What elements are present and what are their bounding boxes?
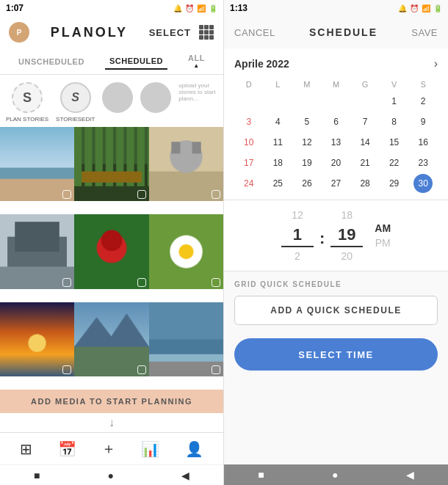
story-upload-2[interactable] — [140, 82, 171, 113]
cal-day-13[interactable]: 13 — [326, 133, 345, 152]
story-edit[interactable]: S STORIESEDIT — [56, 82, 95, 123]
stories-row: S PLAN STORIES S STORIESEDIT upload your… — [0, 75, 223, 127]
photo-cell-5[interactable] — [74, 214, 148, 288]
photo-grid — [0, 127, 223, 390]
sys-circle-btn-right[interactable]: ● — [332, 469, 338, 481]
minute-picker[interactable]: 18 19 20 — [330, 206, 363, 265]
photo-cell-9[interactable] — [149, 302, 223, 376]
cal-day-9[interactable]: 9 — [413, 112, 433, 131]
nav-analytics[interactable]: 📊 — [141, 440, 159, 458]
cal-day-22[interactable]: 22 — [385, 153, 404, 172]
grid-view-icon[interactable] — [198, 24, 214, 40]
top-bar-left: P PLANOLY SELECT — [0, 16, 223, 48]
cal-hdr-l: L — [264, 78, 293, 91]
calendar: Aprile 2022 › D L M M G V S 1 2 3 4 5 6 … — [224, 48, 448, 200]
add-media-bar[interactable]: ADD MEDIA TO START PLANNING — [0, 390, 223, 413]
instagram-icon-4 — [62, 278, 71, 287]
sys-back-btn-right[interactable]: ◀ — [406, 469, 414, 481]
cal-day-3[interactable]: 3 — [239, 112, 259, 131]
photo-cell-7[interactable] — [0, 302, 74, 376]
select-button[interactable]: SELECT — [149, 27, 191, 38]
nav-profile[interactable]: 👤 — [185, 440, 203, 458]
cal-day-29[interactable]: 29 — [385, 174, 404, 193]
photo-cell-1[interactable] — [0, 127, 74, 201]
cal-day-30[interactable]: 30 — [413, 174, 433, 193]
sys-square-btn[interactable]: ■ — [34, 470, 40, 481]
instagram-icon-6 — [212, 278, 220, 287]
cal-day-11[interactable]: 11 — [268, 133, 287, 152]
nav-add[interactable]: ＋ — [101, 439, 116, 459]
cal-day-28[interactable]: 28 — [355, 174, 375, 193]
sys-square-btn-right[interactable]: ■ — [258, 469, 264, 481]
time-picker: 12 1 2 : 18 19 20 AM PM — [224, 200, 448, 271]
top-right: SELECT — [149, 24, 214, 40]
cal-day-5[interactable]: 5 — [297, 112, 317, 131]
calendar-month: Aprile 2022 — [234, 58, 289, 70]
cal-day-4[interactable]: 4 — [268, 112, 287, 131]
cal-day-10[interactable]: 10 — [239, 133, 259, 152]
story-placeholder: upload your stories to start plann... — [178, 82, 217, 102]
instagram-icon-2 — [137, 190, 146, 199]
minute-selected: 19 — [330, 224, 363, 247]
sys-circle-btn[interactable]: ● — [107, 470, 113, 481]
time-colon: : — [319, 229, 325, 248]
select-time-button[interactable]: SELECT TIME — [234, 338, 438, 371]
tabs: UNSCHEDULED SCHEDULED ALL ▲ — [0, 48, 223, 75]
photo-cell-2[interactable] — [74, 127, 148, 201]
quick-schedule-section: GRID QUICK SCHEDULE ADD A QUICK SCHEDULE — [224, 271, 448, 331]
calendar-nav: Aprile 2022 › — [234, 57, 438, 70]
ampm-picker[interactable]: AM PM — [375, 222, 391, 249]
story-plan[interactable]: S PLAN STORIES — [6, 82, 48, 123]
instagram-icon-9 — [212, 365, 220, 374]
cal-day-26[interactable]: 26 — [297, 174, 317, 193]
cal-day-2[interactable]: 2 — [413, 92, 433, 111]
cal-day-6[interactable]: 6 — [326, 112, 345, 131]
cal-day-7[interactable]: 7 — [355, 112, 375, 131]
instagram-icon-3 — [212, 190, 220, 199]
cal-day-24[interactable]: 24 — [239, 174, 259, 193]
nav-grid[interactable]: ⊞ — [20, 440, 32, 458]
tab-unscheduled[interactable]: UNSCHEDULED — [14, 54, 89, 69]
ampm-other: PM — [375, 237, 391, 249]
cal-day-27[interactable]: 27 — [326, 174, 345, 193]
minute-above: 18 — [338, 206, 355, 224]
save-button[interactable]: SAVE — [411, 27, 438, 38]
tab-all-arrow: ▲ — [193, 62, 199, 69]
cal-day-19[interactable]: 19 — [297, 153, 317, 172]
photo-cell-8[interactable] — [74, 302, 148, 376]
cal-day-8[interactable]: 8 — [385, 112, 404, 131]
cal-day-20[interactable]: 20 — [326, 153, 345, 172]
tab-all[interactable]: ALL ▲ — [184, 51, 209, 72]
cal-day-12[interactable]: 12 — [297, 133, 317, 152]
cal-day-15[interactable]: 15 — [385, 133, 404, 152]
nav-calendar[interactable]: 📅 — [58, 440, 76, 458]
cal-hdr-g: G — [350, 78, 380, 91]
instagram-icon-8 — [137, 365, 146, 374]
tab-scheduled[interactable]: SCHEDULED — [105, 54, 167, 70]
cal-day-21[interactable]: 21 — [355, 153, 375, 172]
sys-back-btn[interactable]: ◀ — [181, 470, 189, 481]
instagram-icon-1 — [62, 190, 71, 199]
hour-picker[interactable]: 12 1 2 — [281, 206, 314, 265]
photo-cell-4[interactable] — [0, 214, 74, 288]
avatar[interactable]: P — [9, 22, 29, 43]
photo-cell-3[interactable] — [149, 127, 223, 201]
cal-hdr-m1: M — [292, 78, 322, 91]
schedule-title: SCHEDULE — [309, 26, 377, 38]
cal-day-16[interactable]: 16 — [413, 133, 433, 152]
cal-day-17[interactable]: 17 — [239, 153, 259, 172]
cal-day-18[interactable]: 18 — [268, 153, 287, 172]
instagram-icon-7 — [62, 365, 71, 374]
add-quick-schedule-button[interactable]: ADD A QUICK SCHEDULE — [234, 296, 438, 325]
cal-day-1[interactable]: 1 — [385, 92, 404, 111]
cal-day-23[interactable]: 23 — [413, 153, 433, 172]
down-arrow: ↓ — [0, 413, 223, 432]
app-title: PLANOLY — [51, 25, 128, 40]
calendar-next-arrow[interactable]: › — [434, 57, 438, 70]
story-upload-1[interactable] — [102, 82, 133, 113]
hour-selected: 1 — [281, 224, 314, 247]
cal-day-25[interactable]: 25 — [268, 174, 287, 193]
cal-day-14[interactable]: 14 — [355, 133, 375, 152]
photo-cell-6[interactable] — [149, 214, 223, 288]
cancel-button[interactable]: CANCEL — [234, 27, 275, 38]
